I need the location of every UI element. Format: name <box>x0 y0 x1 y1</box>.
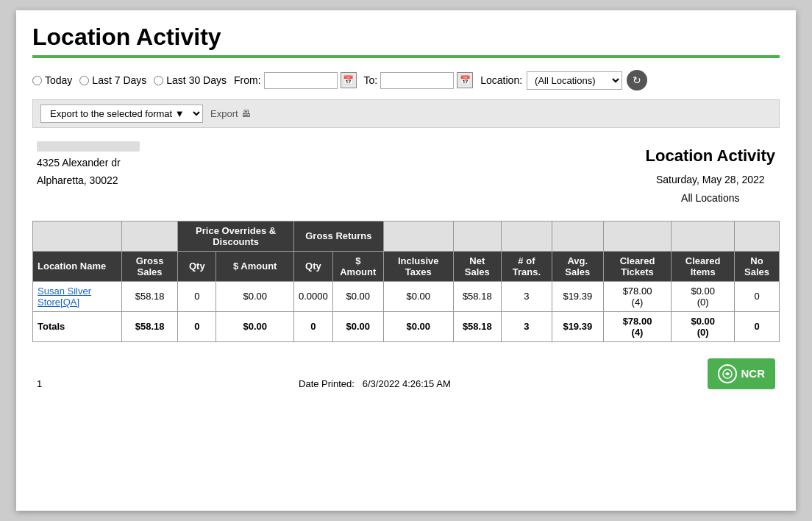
cell-totals-qty-disc: 0 <box>178 311 216 341</box>
cell-qty-returns: 0.0000 <box>294 281 333 311</box>
last7-radio[interactable] <box>79 76 89 85</box>
last7-option[interactable]: Last 7 Days <box>79 74 146 86</box>
th-qty-disc: Qty <box>178 251 216 281</box>
date-printed-label: Date Printed: <box>299 378 355 389</box>
cell-qty-disc: 0 <box>178 281 216 311</box>
th-empty3 <box>383 221 453 251</box>
date-printed: Date Printed: 6/3/2022 4:26:15 AM <box>299 378 451 389</box>
ncr-logo-circle <box>718 364 737 383</box>
cell-amt-disc: $0.00 <box>216 281 294 311</box>
th-inclusive-taxes: Inclusive Taxes <box>383 251 453 281</box>
cell-num-trans: 3 <box>501 281 552 311</box>
cell-net-sales: $58.18 <box>453 281 501 311</box>
from-label: From: <box>234 74 261 86</box>
th-amt-returns: $ Amount <box>332 251 383 281</box>
from-group: From: 📅 <box>234 72 357 89</box>
cell-totals-amt-returns: $0.00 <box>332 311 383 341</box>
th-empty9 <box>735 221 780 251</box>
th-empty4 <box>453 221 501 251</box>
th-empty2 <box>121 221 177 251</box>
toolbar-bar: Export to the selected format ▼ Export 🖶 <box>32 99 780 128</box>
table-row: Susan Silver Store[QA] $58.18 0 $0.00 0.… <box>33 281 780 311</box>
footer-row: 1 Date Printed: 6/3/2022 4:26:15 AM NCR <box>32 355 780 392</box>
th-gross-sales: Gross Sales <box>121 251 177 281</box>
refresh-button[interactable]: ↻ <box>627 70 647 91</box>
last30-label: Last 30 Days <box>166 74 227 86</box>
today-label: Today <box>45 74 72 86</box>
page-container: Location Activity Today Last 7 Days Last… <box>16 10 796 511</box>
from-calendar-icon[interactable]: 📅 <box>341 72 357 88</box>
today-option[interactable]: Today <box>32 74 72 86</box>
cell-gross-sales: $58.18 <box>121 281 177 311</box>
cell-totals-gross-sales: $58.18 <box>121 311 177 341</box>
cell-totals-no-sales: 0 <box>735 311 780 341</box>
cell-no-sales: 0 <box>735 281 780 311</box>
th-qty-returns: Qty <box>294 251 333 281</box>
th-avg-sales: Avg. Sales <box>552 251 603 281</box>
last30-option[interactable]: Last 30 Days <box>154 74 227 86</box>
export-button[interactable]: Export 🖶 <box>210 108 251 119</box>
company-name-blurred <box>37 141 140 152</box>
report-header: 4325 Alexander dr Alpharetta, 30022 Loca… <box>32 141 780 208</box>
location-label: Location: <box>480 74 522 86</box>
th-net-sales: Net Sales <box>453 251 501 281</box>
to-label: To: <box>364 74 378 86</box>
cell-cleared-items: $0.00(0) <box>672 281 735 311</box>
cell-cleared-tickets: $78.00(4) <box>603 281 672 311</box>
ncr-logo-icon <box>722 368 733 380</box>
address-line2: Alpharetta, 30022 <box>37 172 140 190</box>
th-num-trans: # of Trans. <box>501 251 552 281</box>
report-title: Location Activity <box>646 141 775 171</box>
totals-row: Totals $58.18 0 $0.00 0 $0.00 $0.00 $58.… <box>33 311 780 341</box>
green-bar <box>32 55 780 58</box>
report-header-left: 4325 Alexander dr Alpharetta, 30022 <box>37 141 140 208</box>
to-input[interactable] <box>380 72 454 89</box>
th-gross-returns: Gross Returns <box>294 221 384 251</box>
to-calendar-icon[interactable]: 📅 <box>457 72 473 88</box>
export-format-select[interactable]: Export to the selected format ▼ <box>40 104 203 123</box>
page-title: Location Activity <box>32 24 780 51</box>
ncr-badge: NCR <box>708 358 776 389</box>
table-header-row2: Location Name Gross Sales Qty $ Amount Q… <box>33 251 780 281</box>
to-group: To: 📅 <box>364 72 474 89</box>
cell-totals-num-trans: 3 <box>501 311 552 341</box>
cell-totals-avg-sales: $19.39 <box>552 311 603 341</box>
print-icon: 🖶 <box>241 108 251 119</box>
th-cleared-items: Cleared Items <box>672 251 735 281</box>
cell-totals-net-sales: $58.18 <box>453 311 501 341</box>
th-empty7 <box>603 221 672 251</box>
cell-totals-cleared-tickets: $78.00(4) <box>603 311 672 341</box>
report-header-right: Location Activity Saturday, May 28, 2022… <box>646 141 775 208</box>
export-label: Export <box>210 108 238 119</box>
th-amt-disc: $ Amount <box>216 251 294 281</box>
th-empty1 <box>33 221 122 251</box>
ncr-label: NCR <box>741 367 766 380</box>
report-date: Saturday, May 28, 2022 <box>646 171 775 189</box>
cell-amt-returns: $0.00 <box>332 281 383 311</box>
location-link[interactable]: Susan Silver Store[QA] <box>38 286 91 308</box>
cell-avg-sales: $19.39 <box>552 281 603 311</box>
cell-totals-qty-returns: 0 <box>294 311 333 341</box>
cell-totals-amt-disc: $0.00 <box>216 311 294 341</box>
from-input[interactable] <box>264 72 338 89</box>
location-select[interactable]: (All Locations) <box>527 71 622 90</box>
cell-inclusive-taxes: $0.00 <box>383 281 453 311</box>
last7-label: Last 7 Days <box>92 74 146 86</box>
today-radio[interactable] <box>32 76 42 85</box>
report-locations: All Locations <box>646 189 775 208</box>
cell-location-name[interactable]: Susan Silver Store[QA] <box>33 281 122 311</box>
th-empty5 <box>501 221 552 251</box>
th-cleared-tickets: Cleared Tickets <box>603 251 672 281</box>
th-no-sales: No Sales <box>735 251 780 281</box>
table-header-row1: Price Overrides & Discounts Gross Return… <box>33 221 780 251</box>
date-printed-value: 6/3/2022 4:26:15 AM <box>363 378 451 389</box>
cell-totals-inclusive-taxes: $0.00 <box>383 311 453 341</box>
last30-radio[interactable] <box>154 76 163 85</box>
filter-row: Today Last 7 Days Last 30 Days From: 📅 T… <box>32 70 780 91</box>
th-empty6 <box>552 221 603 251</box>
th-location-name: Location Name <box>33 251 122 281</box>
page-number: 1 <box>37 378 42 389</box>
data-table: Price Overrides & Discounts Gross Return… <box>32 221 780 342</box>
cell-totals-label: Totals <box>33 311 122 341</box>
th-empty8 <box>672 221 735 251</box>
